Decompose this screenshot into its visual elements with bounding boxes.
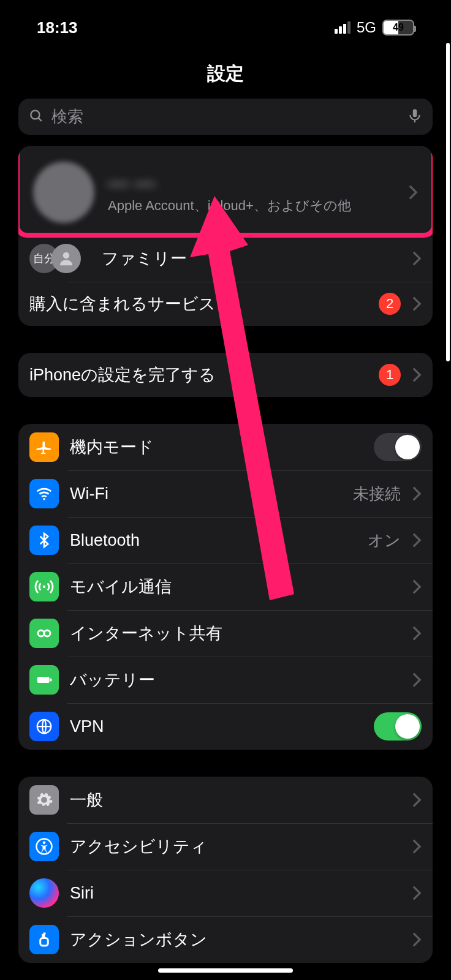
status-bar: 18:13 5G 49: [0, 0, 451, 43]
chevron-right-icon: [412, 932, 422, 948]
svg-point-8: [44, 630, 50, 636]
airplane-mode-label: 機内モード: [70, 436, 363, 458]
person-icon: [51, 244, 81, 273]
avatar: [33, 162, 94, 223]
svg-rect-2: [413, 109, 417, 117]
status-time: 18:13: [37, 18, 78, 37]
svg-point-6: [43, 586, 46, 589]
mic-icon[interactable]: [407, 108, 423, 126]
account-subtitle: Apple Account、iCloud+、およびその他: [108, 197, 395, 215]
notification-badge: 2: [379, 293, 401, 315]
included-services-row[interactable]: 購入に含まれるサービス 2: [18, 282, 433, 326]
family-label: ファミリー: [102, 247, 401, 270]
wifi-row[interactable]: Wi-Fi 未接続: [18, 470, 433, 517]
svg-point-5: [43, 498, 45, 500]
airplane-mode-toggle[interactable]: [374, 433, 422, 461]
battery-full-icon: [29, 665, 59, 695]
svg-rect-9: [37, 677, 50, 683]
siri-icon: [29, 878, 59, 908]
chevron-right-icon: [412, 486, 422, 502]
battery-label: バッテリー: [70, 669, 401, 691]
airplane-mode-row[interactable]: 機内モード: [18, 424, 433, 470]
search-icon: [28, 108, 44, 126]
chevron-right-icon: [412, 532, 422, 548]
account-name: — —: [108, 170, 395, 194]
general-label: 一般: [70, 789, 401, 811]
search-input[interactable]: 検索: [18, 99, 433, 135]
battery-row[interactable]: バッテリー: [18, 657, 433, 703]
chevron-right-icon: [412, 251, 422, 266]
antenna-icon: [29, 572, 59, 601]
vpn-toggle[interactable]: [374, 712, 422, 741]
network-label: 5G: [357, 19, 376, 36]
svg-point-7: [38, 630, 44, 636]
signal-icon: [335, 21, 351, 34]
airplane-icon: [29, 432, 59, 462]
finish-setup-row[interactable]: iPhoneの設定を完了する 1: [18, 353, 433, 397]
svg-rect-14: [40, 938, 48, 946]
chevron-right-icon: [412, 792, 422, 808]
family-avatars: 自分: [29, 244, 91, 273]
bluetooth-row[interactable]: Bluetooth オン: [18, 517, 433, 564]
gear-icon: [29, 785, 59, 815]
svg-line-1: [38, 118, 41, 121]
accessibility-icon: [29, 832, 59, 861]
vpn-label: VPN: [70, 717, 363, 736]
cellular-row[interactable]: モバイル通信: [18, 564, 433, 610]
apple-account-row[interactable]: — — Apple Account、iCloud+、およびその他: [18, 149, 433, 235]
siri-label: Siri: [70, 884, 401, 903]
wifi-value: 未接続: [353, 483, 401, 505]
home-indicator: [158, 968, 293, 973]
chevron-right-icon: [412, 885, 422, 901]
svg-point-0: [31, 110, 39, 119]
bluetooth-icon: [29, 526, 59, 555]
connectivity-section: 機内モード Wi-Fi 未接続 Bluetooth オン モバイル通信: [18, 424, 433, 750]
chevron-right-icon: [412, 579, 422, 595]
wifi-label: Wi-Fi: [70, 484, 342, 503]
chevron-right-icon: [412, 367, 422, 383]
svg-point-4: [63, 252, 70, 259]
siri-row[interactable]: Siri: [18, 870, 433, 916]
finish-setup-label: iPhoneの設定を完了する: [29, 364, 368, 386]
accessibility-label: アクセシビリティ: [70, 835, 401, 858]
wifi-icon: [29, 479, 59, 508]
chevron-right-icon: [408, 184, 418, 200]
action-button-icon: [29, 925, 59, 954]
general-section: 一般 アクセシビリティ Siri アクションボタン: [18, 777, 433, 963]
general-row[interactable]: 一般: [18, 777, 433, 823]
globe-icon: [29, 712, 59, 741]
cellular-label: モバイル通信: [70, 576, 401, 598]
chevron-right-icon: [412, 672, 422, 688]
finish-setup-section: iPhoneの設定を完了する 1: [18, 353, 433, 397]
chevron-right-icon: [412, 839, 422, 854]
notification-badge: 1: [379, 364, 401, 386]
bluetooth-label: Bluetooth: [70, 531, 357, 550]
hotspot-icon: [29, 619, 59, 648]
page-title: 設定: [18, 61, 433, 86]
chevron-right-icon: [412, 296, 422, 312]
account-section: — — Apple Account、iCloud+、およびその他 自分 ファミリ…: [18, 146, 433, 326]
hotspot-row[interactable]: インターネット共有: [18, 610, 433, 657]
chevron-right-icon: [412, 625, 422, 641]
vpn-row[interactable]: VPN: [18, 703, 433, 750]
included-services-label: 購入に含まれるサービス: [29, 293, 368, 315]
battery-icon: 49: [382, 20, 414, 36]
accessibility-row[interactable]: アクセシビリティ: [18, 823, 433, 870]
bluetooth-value: オン: [368, 530, 401, 551]
family-row[interactable]: 自分 ファミリー: [18, 235, 433, 282]
hotspot-label: インターネット共有: [70, 622, 401, 644]
scroll-indicator: [446, 43, 450, 361]
action-button-label: アクションボタン: [70, 929, 401, 951]
svg-rect-10: [50, 679, 52, 682]
search-placeholder: 検索: [51, 106, 400, 127]
action-button-row[interactable]: アクションボタン: [18, 916, 433, 963]
svg-point-13: [43, 842, 46, 845]
